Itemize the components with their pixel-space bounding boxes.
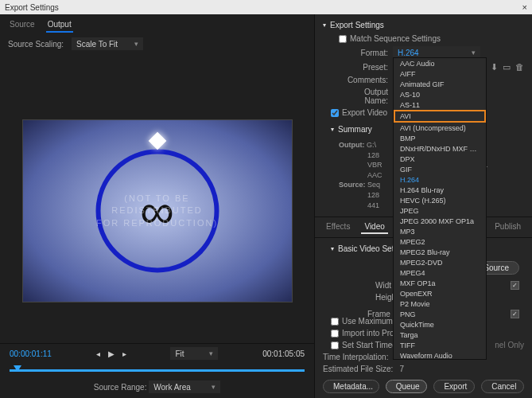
- metadata-button[interactable]: Metadata...: [323, 380, 379, 393]
- timeline[interactable]: [10, 366, 305, 374]
- format-option[interactable]: P2 Movie: [394, 298, 486, 309]
- source-range-select[interactable]: Work Area: [149, 380, 220, 393]
- subtab-video[interactable]: Video: [361, 220, 387, 234]
- titlebar: Export Settings ×: [0, 0, 532, 14]
- format-option[interactable]: TIFF: [394, 340, 486, 350]
- export-button[interactable]: Export: [433, 380, 475, 393]
- format-option[interactable]: MPEG2-DVD: [394, 257, 486, 267]
- preview-watermark: (NOT TO BE REDISTRIBUTED FOR REPRODUCTIO…: [90, 193, 224, 229]
- format-label: Format:: [339, 49, 388, 57]
- cancel-button[interactable]: Cancel: [481, 380, 524, 393]
- import-preset-icon[interactable]: ▭: [503, 62, 511, 72]
- format-option[interactable]: MPEG4: [394, 267, 486, 278]
- export-video-label: Export Video: [342, 108, 387, 117]
- format-option[interactable]: DNxHR/DNxHD MXF OP1a: [394, 143, 486, 154]
- format-option[interactable]: MP3: [394, 226, 486, 236]
- scaling-row: Source Scaling: Scale To Fit: [0, 33, 314, 55]
- import-project-checkbox[interactable]: [331, 330, 339, 338]
- right-panel: ▾ Export Settings Match Sequence Setting…: [314, 14, 532, 398]
- step-back-icon[interactable]: ◂: [96, 349, 100, 358]
- format-option[interactable]: Waveform Audio: [394, 350, 486, 360]
- playhead-icon[interactable]: [14, 365, 21, 373]
- export-video-checkbox[interactable]: [331, 109, 339, 117]
- est-size-label: Estimated File Size:: [323, 365, 393, 373]
- subtab-publish[interactable]: Publish: [491, 220, 524, 234]
- format-option[interactable]: H.264 Blu-ray: [394, 185, 486, 195]
- timeline-track: [10, 369, 305, 372]
- match-sequence-checkbox[interactable]: [339, 35, 347, 43]
- tab-output[interactable]: Output: [46, 18, 73, 33]
- format-option[interactable]: BMP: [394, 133, 486, 143]
- subtab-effects[interactable]: Effects: [323, 220, 353, 234]
- chevron-down-icon: ▾: [331, 126, 334, 133]
- format-option[interactable]: JPEG: [394, 205, 486, 216]
- tab-source[interactable]: Source: [8, 18, 37, 33]
- play-controls: ◂ ▶ ▸: [96, 349, 126, 358]
- export-settings-head[interactable]: ▾ Export Settings: [315, 14, 532, 33]
- format-option[interactable]: Targa: [394, 330, 486, 340]
- format-option[interactable]: AAC Audio: [394, 58, 486, 68]
- chevron-down-icon: ▾: [331, 245, 334, 252]
- delete-preset-icon[interactable]: 🗑: [515, 62, 524, 72]
- format-option[interactable]: AS-10: [394, 89, 486, 100]
- save-preset-icon[interactable]: ⬇: [491, 62, 498, 72]
- set-start-tc-checkbox[interactable]: [331, 341, 339, 349]
- scaling-select[interactable]: Scale To Fit: [72, 37, 143, 50]
- timecode-out[interactable]: 00:01:05:05: [262, 349, 305, 358]
- left-panel: Source Output Source Scaling: Scale To F…: [0, 14, 314, 398]
- left-tabs: Source Output: [0, 14, 314, 33]
- close-icon[interactable]: ×: [522, 2, 527, 12]
- format-option[interactable]: AVI (Uncompressed): [394, 123, 486, 133]
- output-name-label: Output Name:: [339, 88, 388, 105]
- format-option[interactable]: AIFF: [394, 68, 486, 79]
- format-option[interactable]: AS-11: [394, 100, 486, 110]
- preview-zone: ∞ (NOT TO BE REDISTRIBUTED FOR REPRODUCT…: [0, 55, 314, 343]
- chevron-down-icon: ▾: [323, 21, 326, 29]
- preset-label: Preset:: [339, 63, 388, 72]
- est-size-value: 7: [399, 365, 404, 373]
- format-option[interactable]: H.264: [394, 174, 486, 185]
- format-option[interactable]: PNG: [394, 309, 486, 319]
- video-preview[interactable]: ∞ (NOT TO BE REDISTRIBUTED FOR REPRODUCT…: [22, 119, 293, 302]
- play-icon[interactable]: ▶: [108, 349, 115, 358]
- format-option[interactable]: DPX: [394, 154, 486, 164]
- use-max-render-checkbox[interactable]: [331, 318, 339, 326]
- format-option[interactable]: MPEG2 Blu-ray: [394, 247, 486, 257]
- format-option[interactable]: OpenEXR: [394, 288, 486, 298]
- width-link-checkbox[interactable]: ✓: [511, 281, 519, 290]
- fit-select[interactable]: Fit: [170, 347, 218, 360]
- svg-marker-0: [14, 365, 21, 372]
- time-interp-label: Time Interpolation:: [323, 353, 388, 361]
- comments-label: Comments:: [339, 76, 388, 84]
- queue-button[interactable]: Queue: [386, 380, 428, 393]
- height-label: Heigh: [328, 293, 396, 302]
- source-range-label: Source Range:: [94, 383, 147, 392]
- match-sequence-label: Match Sequence Settings: [350, 34, 441, 43]
- format-option[interactable]: MPEG2: [394, 236, 486, 247]
- source-range-row: Source Range: Work Area: [0, 377, 314, 398]
- format-option[interactable]: JPEG 2000 MXF OP1a: [394, 216, 486, 226]
- format-option[interactable]: HEVC (H.265): [394, 195, 486, 205]
- preview-diamond-icon: [148, 132, 166, 150]
- timecode-in[interactable]: 00:00:01:11: [10, 349, 52, 358]
- scaling-label: Source Scaling:: [8, 40, 64, 49]
- window-title: Export Settings: [5, 3, 59, 12]
- format-option[interactable]: Animated GIF: [394, 79, 486, 89]
- preset-icons: ⬇ ▭ 🗑: [491, 62, 524, 72]
- format-option[interactable]: AVI: [394, 110, 486, 123]
- transport: 00:00:01:11 ◂ ▶ ▸ Fit 00:01:05:05 Source…: [0, 343, 314, 398]
- step-fwd-icon[interactable]: ▸: [122, 349, 126, 358]
- main: Source Output Source Scaling: Scale To F…: [0, 14, 532, 398]
- format-dropdown[interactable]: AAC AudioAIFFAnimated GIFAS-10AS-11AVIAV…: [393, 57, 487, 360]
- format-option[interactable]: MXF OP1a: [394, 278, 486, 288]
- format-option[interactable]: QuickTime: [394, 319, 486, 330]
- format-option[interactable]: GIF: [394, 164, 486, 174]
- width-label: Widt: [328, 281, 391, 290]
